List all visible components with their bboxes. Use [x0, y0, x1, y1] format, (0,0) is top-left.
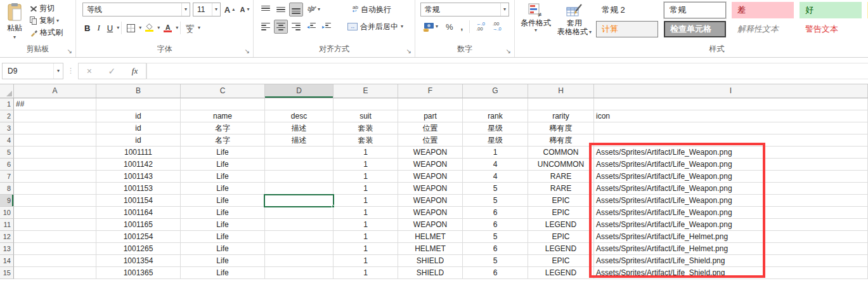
conditional-formatting-button[interactable]: ≠ 条件格式 ▾ [519, 2, 553, 34]
decrease-decimal-button[interactable]: .00→.0 [490, 20, 504, 34]
increase-font-button[interactable]: A▴ [223, 3, 236, 16]
cell-A15[interactable] [14, 267, 96, 279]
cell-D4[interactable]: 描述 [265, 134, 334, 147]
merge-center-button[interactable]: ↔ 合并后居中 ▾ [344, 20, 407, 34]
cell-A14[interactable] [14, 255, 96, 267]
column-header-F[interactable]: F [398, 84, 463, 98]
column-header-I[interactable]: I [594, 84, 868, 98]
cell-B3[interactable]: id [96, 122, 181, 134]
cell-F3[interactable]: 位置 [398, 122, 463, 134]
cell-style-normal[interactable]: 常规 [664, 2, 726, 18]
fill-color-caret-icon[interactable]: ▾ [157, 25, 160, 30]
increase-indent-button[interactable]: ▸ [320, 20, 334, 34]
cell-C1[interactable] [181, 98, 265, 110]
cell-H12[interactable]: EPIC [528, 231, 594, 243]
cell-B14[interactable]: 1001354 [96, 255, 181, 267]
cell-C5[interactable]: Life [181, 147, 265, 159]
cell-G6[interactable]: 4 [463, 159, 528, 171]
cell-D14[interactable] [265, 255, 334, 267]
cell-H11[interactable]: LEGEND [528, 219, 594, 231]
row-header-15[interactable]: 15 [0, 267, 14, 279]
column-header-D[interactable]: D [265, 84, 334, 98]
fill-handle[interactable] [332, 205, 335, 208]
cell-E9[interactable]: 1 [334, 195, 398, 207]
number-dialog-launcher-icon[interactable]: ↘ [506, 48, 511, 55]
row-header-4[interactable]: 4 [0, 134, 14, 147]
column-header-G[interactable]: G [463, 84, 528, 98]
cell-E12[interactable]: 1 [334, 231, 398, 243]
copy-button[interactable]: 复制 ▾ [28, 15, 75, 27]
format-painter-button[interactable]: 格式刷 [28, 27, 75, 39]
cell-B12[interactable]: 1001254 [96, 231, 181, 243]
enter-icon[interactable]: ✓ [108, 66, 116, 76]
font-color-caret-icon[interactable]: ▾ [176, 25, 178, 30]
row-header-3[interactable]: 3 [0, 122, 14, 134]
cell-D6[interactable] [265, 159, 334, 171]
cell-G15[interactable]: 6 [463, 267, 528, 279]
row-header-2[interactable]: 2 [0, 110, 14, 122]
cell-A11[interactable] [14, 219, 96, 231]
cell-E8[interactable]: 1 [334, 183, 398, 195]
cell-H14[interactable]: EPIC [528, 255, 594, 267]
cell-C7[interactable]: Life [181, 171, 265, 183]
cell-B11[interactable]: 1001165 [96, 219, 181, 231]
clipboard-dialog-launcher-icon[interactable]: ↘ [67, 48, 72, 55]
cell-G11[interactable]: 6 [463, 219, 528, 231]
cell-G4[interactable]: 星级 [463, 134, 528, 147]
percent-button[interactable]: % [443, 20, 456, 34]
column-header-A[interactable]: A [14, 84, 96, 98]
row-header-14[interactable]: 14 [0, 255, 14, 267]
align-top-button[interactable] [259, 3, 273, 16]
column-header-H[interactable]: H [528, 84, 594, 98]
cell-E7[interactable]: 1 [334, 171, 398, 183]
row-header-9[interactable]: 9 [0, 195, 14, 207]
cell-E11[interactable]: 1 [334, 219, 398, 231]
cell-G9[interactable]: 5 [463, 195, 528, 207]
cell-D1[interactable] [265, 98, 334, 110]
cell-H2[interactable]: rarity [528, 110, 594, 122]
cell-A12[interactable] [14, 231, 96, 243]
cell-D2[interactable]: desc [265, 110, 334, 122]
comma-style-button[interactable]: , [458, 20, 466, 34]
cell-F9[interactable]: WEAPON [398, 195, 463, 207]
cell-G13[interactable]: 6 [463, 243, 528, 255]
row-header-11[interactable]: 11 [0, 219, 14, 231]
orientation-button[interactable]: ab ▾ [304, 3, 323, 16]
cell-E14[interactable]: 1 [334, 255, 398, 267]
cell-B4[interactable]: id [96, 134, 181, 147]
cell-H7[interactable]: RARE [528, 171, 594, 183]
cell-A6[interactable] [14, 159, 96, 171]
bold-button[interactable]: B [81, 21, 93, 35]
cell-F2[interactable]: part [398, 110, 463, 122]
cell-A9[interactable] [14, 195, 96, 207]
cell-B6[interactable]: 1001142 [96, 159, 181, 171]
name-box-caret-icon[interactable]: ▾ [53, 63, 63, 79]
cell-E15[interactable]: 1 [334, 267, 398, 279]
cell-G7[interactable]: 4 [463, 171, 528, 183]
align-center-button[interactable] [274, 20, 288, 34]
phonetic-caret-icon[interactable]: ▾ [198, 25, 200, 30]
cell-I1[interactable] [594, 98, 868, 110]
cell-G12[interactable]: 5 [463, 231, 528, 243]
cell-E6[interactable]: 1 [334, 159, 398, 171]
cell-A13[interactable] [14, 243, 96, 255]
phonetic-button[interactable]: wén 文 [183, 21, 197, 35]
alignment-dialog-launcher-icon[interactable]: ↘ [406, 48, 411, 55]
borders-caret-icon[interactable]: ▾ [139, 25, 141, 30]
row-header-12[interactable]: 12 [0, 231, 14, 243]
cell-C15[interactable]: Life [181, 267, 265, 279]
cell-G14[interactable]: 5 [463, 255, 528, 267]
row-header-5[interactable]: 5 [0, 147, 14, 159]
cell-E4[interactable]: 套装 [334, 134, 398, 147]
cell-H9[interactable]: EPIC [528, 195, 594, 207]
cell-style-explanatory[interactable]: 解释性文本 [732, 21, 794, 37]
cell-G8[interactable]: 5 [463, 183, 528, 195]
paste-button[interactable]: 粘贴 ▾ [3, 2, 27, 41]
cell-D15[interactable] [265, 267, 334, 279]
cell-C4[interactable]: 名字 [181, 134, 265, 147]
cell-C11[interactable]: Life [181, 219, 265, 231]
cell-G5[interactable]: 1 [463, 147, 528, 159]
cell-B5[interactable]: 1001111 [96, 147, 181, 159]
italic-button[interactable]: I [94, 21, 103, 35]
cell-F14[interactable]: SHIELD [398, 255, 463, 267]
